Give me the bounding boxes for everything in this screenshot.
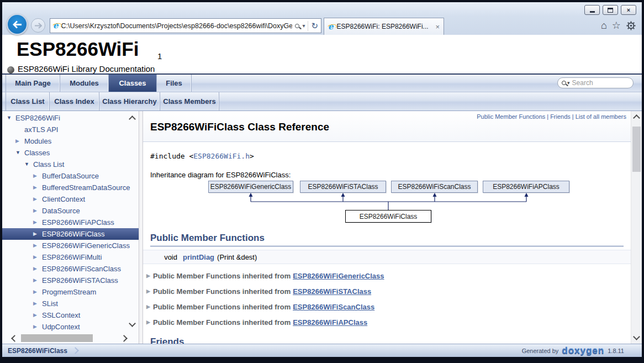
tree-expanded-icon[interactable]: ▼ [7, 112, 15, 124]
scroll-down-icon[interactable] [129, 320, 136, 327]
tab-modules[interactable]: Modules [60, 75, 109, 92]
tree-item-esp8266wifigenericclass[interactable]: ▶ESP8266WiFiGenericClass [2, 240, 139, 251]
tab-main-page[interactable]: Main Page [6, 75, 60, 92]
breadcrumb[interactable]: ESP8266WiFiClass [8, 347, 67, 355]
tree-item-esp8266wifiscanclass[interactable]: ▶ESP8266WiFiScanClass [2, 263, 139, 275]
tree-collapsed-icon[interactable]: ▶ [33, 217, 42, 228]
tree-item-esp8266wifiapclass[interactable]: ▶ESP8266WiFiAPClass [2, 217, 139, 228]
scroll-left-icon[interactable] [11, 335, 18, 342]
refresh-icon[interactable]: ↻ [311, 22, 318, 30]
tree-collapsed-icon[interactable]: ▶ [33, 251, 42, 263]
tree-item-class-list[interactable]: ▼Class List [2, 159, 139, 170]
address-dropdown-icon[interactable]: ▾ [302, 23, 305, 29]
address-bar[interactable]: e C:\Users\Krzysztof\Documents\Projects\… [50, 18, 321, 33]
favorites-star-icon[interactable]: ☆ [612, 20, 621, 31]
diagram-node-esp8266wifistaclass[interactable]: ESP8266WiFiSTAClass [300, 181, 386, 193]
doc-search-icon[interactable] [562, 81, 566, 85]
link-public-member-functions[interactable]: Public Member Functions [477, 113, 545, 120]
minimize-button[interactable] [584, 5, 600, 15]
link-list-of-all-members[interactable]: List of all members [576, 113, 626, 120]
tree-item-esp8266wifistaclass[interactable]: ▶ESP8266WiFiSTAClass [2, 275, 139, 286]
tree-collapsed-icon[interactable]: ▶ [33, 228, 42, 240]
content-vertical-scrollbar[interactable] [631, 111, 642, 344]
tree-collapsed-icon[interactable]: ▶ [33, 182, 42, 193]
sidebar-vertical-scrollbar[interactable] [128, 111, 137, 332]
inherited-section-apclass[interactable]: ▶ Public Member Functions inherited from… [146, 315, 631, 329]
tree-item-esp8266wifimulti[interactable]: ▶ESP8266WiFiMulti [2, 251, 139, 263]
browser-tab[interactable]: e ESP8266WiFi: ESP8266WiFi... × [324, 18, 444, 35]
tree-item-datasource[interactable]: ▶DataSource [2, 205, 139, 217]
url-text[interactable]: C:\Users\Krzysztof\Documents\Projects\es… [61, 22, 293, 30]
tree-item-axtls-api[interactable]: axTLS API [2, 124, 139, 135]
tab-files[interactable]: Files [157, 75, 192, 92]
inherited-class-link[interactable]: ESP8266WiFiScanClass [293, 303, 374, 311]
tab-class-list[interactable]: Class List [6, 92, 50, 111]
doxygen-logo[interactable]: doxygen [562, 345, 604, 356]
tree-collapsed-icon[interactable]: ▶ [15, 135, 24, 147]
tree-item-slist[interactable]: ▶SList [2, 298, 139, 309]
inherited-section-staclass[interactable]: ▶ Public Member Functions inherited from… [146, 284, 631, 298]
tree-item-bufferedstreamdatasource[interactable]: ▶BufferedStreamDataSource [2, 182, 139, 193]
sidebar-horizontal-scrollbar[interactable] [2, 333, 134, 344]
title-bar[interactable]: × [2, 2, 642, 17]
scroll-down-icon[interactable] [633, 333, 640, 340]
tree-item-udpcontext[interactable]: ▶UdpContext [2, 321, 139, 333]
tree-expanded-icon[interactable]: ▼ [15, 147, 24, 159]
inherited-class-link[interactable]: ESP8266WiFiAPClass [293, 318, 367, 327]
doc-search-placeholder[interactable]: Search [572, 79, 593, 87]
tree-item-bufferdatasource[interactable]: ▶BufferDataSource [2, 170, 139, 182]
tab-classes[interactable]: Classes [109, 75, 157, 92]
tree-item-esp8266wifi[interactable]: ▼ESP8266WiFi [2, 112, 139, 124]
doc-search-box[interactable]: ▾ Search [557, 77, 634, 88]
diagram-node-esp8266wifiapclass[interactable]: ESP8266WiFiAPClass [483, 181, 569, 193]
sub-tab-bar: Class List Class Index Class Hierarchy C… [2, 92, 642, 111]
member-name-link[interactable]: printDiag [183, 253, 214, 261]
scroll-up-icon[interactable] [633, 114, 640, 122]
link-friends[interactable]: Friends [550, 113, 571, 120]
inherited-section-scanclass[interactable]: ▶ Public Member Functions inherited from… [146, 299, 631, 314]
tree-item-esp8266wificlass[interactable]: ▶ESP8266WiFiClass [2, 228, 139, 240]
scrollbar-thumb[interactable] [21, 334, 93, 342]
tree-collapsed-icon[interactable]: ▶ [33, 286, 42, 298]
include-file-link[interactable]: ESP8266WiFi.h [193, 152, 250, 160]
tree-collapsed-icon[interactable]: ▶ [33, 193, 42, 205]
include-line: #include <ESP8266WiFi.h> [150, 152, 254, 160]
search-icon[interactable] [295, 24, 299, 28]
tree-collapsed-icon[interactable]: ▶ [33, 309, 42, 321]
diagram-node-esp8266wifigenericclass[interactable]: ESP8266WiFiGenericClass [208, 181, 293, 193]
tree-item-clientcontext[interactable]: ▶ClientContext [2, 193, 139, 205]
inherited-class-link[interactable]: ESP8266WiFiGenericClass [293, 272, 384, 280]
tree-collapsed-icon[interactable]: ▶ [33, 321, 42, 333]
inherited-class-link[interactable]: ESP8266WiFiSTAClass [293, 287, 371, 296]
project-version: 1 [157, 51, 162, 61]
tree-collapsed-icon[interactable]: ▶ [33, 240, 42, 251]
scroll-right-icon[interactable] [120, 335, 128, 342]
maximize-button[interactable] [603, 5, 618, 15]
close-button[interactable]: × [621, 5, 636, 15]
diagram-node-esp8266wifiscanclass[interactable]: ESP8266WiFiScanClass [391, 181, 478, 193]
back-button[interactable] [7, 14, 28, 35]
tree-item-progmemstream[interactable]: ▶ProgmemStream [2, 286, 139, 298]
tab-class-hierarchy[interactable]: Class Hierarchy [99, 92, 160, 111]
tree-item-classes[interactable]: ▼Classes [2, 147, 139, 159]
tree-collapsed-icon[interactable]: ▶ [33, 263, 42, 275]
sidebar-splitter[interactable] [139, 111, 143, 344]
home-icon[interactable]: ⌂ [601, 20, 607, 31]
settings-gear-icon[interactable] [626, 20, 636, 31]
tab-class-index[interactable]: Class Index [50, 92, 99, 111]
tab-class-members[interactable]: Class Members [160, 92, 219, 111]
tree-item-sslcontext[interactable]: ▶SSLContext [2, 309, 139, 321]
collapsed-arrow-icon: ▶ [146, 304, 153, 309]
inherited-section-genericclass[interactable]: ▶ Public Member Functions inherited from… [146, 269, 631, 283]
tree-expanded-icon[interactable]: ▼ [24, 159, 33, 170]
scroll-up-icon[interactable] [129, 115, 136, 123]
tree-collapsed-icon[interactable]: ▶ [33, 205, 42, 217]
tree-collapsed-icon[interactable]: ▶ [33, 170, 42, 182]
tab-close-icon[interactable]: × [435, 23, 440, 30]
tree-item-modules[interactable]: ▶Modules [2, 135, 139, 147]
scrollbar-thumb[interactable] [632, 127, 641, 172]
forward-button[interactable] [31, 18, 45, 33]
tree-collapsed-icon[interactable]: ▶ [33, 275, 42, 286]
main-tab-bar: Main Page Modules Classes Files [2, 73, 642, 92]
tree-collapsed-icon[interactable]: ▶ [33, 298, 42, 309]
